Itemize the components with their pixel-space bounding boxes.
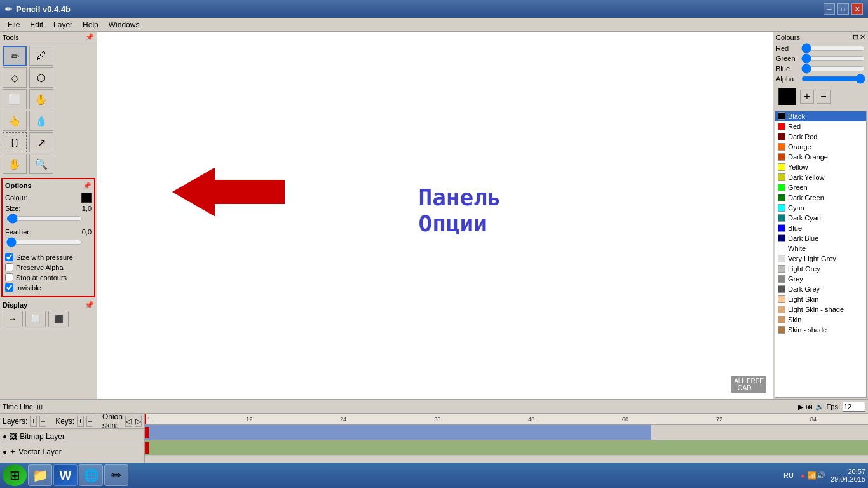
onion-next-button[interactable]: ▷ [135,416,142,427]
layer-visibility-icon[interactable]: ● [3,432,7,441]
alpha-slider[interactable] [801,74,865,83]
chrome-button[interactable]: 🌐 [79,464,103,486]
colours-float-icon[interactable]: ⊡ [853,33,858,41]
colour-list-item[interactable]: White [775,243,866,254]
colour-swatch[interactable] [81,193,92,203]
explorer-button[interactable]: 📁 [28,464,52,486]
colour-list-item[interactable]: Cyan [775,203,866,213]
add-layer-button[interactable]: + [30,416,37,427]
colour-list-item[interactable]: Light Skin - shade [775,304,866,315]
size-pressure-checkbox[interactable] [5,253,13,261]
eraser-tool[interactable]: ⬜ [3,89,27,109]
colour-list-item[interactable]: Dark Green [775,193,866,203]
display-btn-zoom[interactable]: ⬛ [48,311,69,327]
colour-list-item[interactable]: Dark Red [775,132,866,142]
layer-row-vector[interactable]: ● ✦ Vector Layer [0,444,144,459]
vector-keyframe[interactable] [145,442,149,454]
display-pin-icon[interactable]: 📌 [85,301,94,309]
colour-list-item[interactable]: Dark Yellow [775,172,866,182]
colour-list-item[interactable]: Dark Orange [775,152,866,162]
remove-key-button[interactable]: − [86,416,93,427]
colour-list-item[interactable]: Grey [775,274,866,284]
rewind-button[interactable]: ⏮ [806,403,813,410]
hand-drag-tool[interactable]: 👆 [3,111,27,131]
close-button[interactable]: ✕ [851,3,863,15]
colour-list-item[interactable]: Blue [775,223,866,233]
track-vector[interactable] [145,440,868,456]
menu-edit[interactable]: Edit [25,19,48,30]
layers-label: Layers: [3,417,27,426]
colour-list-item[interactable]: Green [775,182,866,193]
track-bitmap[interactable] [145,425,868,440]
ruler-mark-84: 84 [810,416,817,423]
add-key-button[interactable]: + [77,416,84,427]
colour-list-item[interactable]: Light Skin [775,294,866,304]
minimize-button[interactable]: ─ [824,3,835,15]
colour-list-item[interactable]: Very Light Grey [775,254,866,264]
maximize-button[interactable]: □ [837,3,849,15]
pencil-tool[interactable]: ✏ [3,46,27,66]
play-button[interactable]: ▶ [798,403,803,411]
polyline-tool[interactable]: ◇ [3,67,27,88]
colour-list-item[interactable]: Light Grey [775,264,866,274]
selection-tool[interactable]: [ ] [3,132,27,152]
hand-tool[interactable]: ✋ [3,154,27,174]
sound-button[interactable]: 🔊 [815,403,824,411]
fps-input[interactable] [843,402,865,412]
remove-layer-button[interactable]: − [39,416,46,427]
menu-file[interactable]: File [3,19,25,30]
layer-row-bitmap[interactable]: ● 🖼 Bitmap Layer [0,429,144,444]
colour-list-item[interactable]: Dark Cyan [775,213,866,223]
colour-list-item[interactable]: Dark Blue [775,233,866,243]
start-button[interactable]: ⊞ [3,464,27,486]
colour-list-item[interactable]: Black [775,111,866,121]
colours-close-icon[interactable]: ✕ [860,33,865,41]
bitmap-keyframe[interactable] [145,427,149,438]
size-slider[interactable] [6,214,83,223]
colour-remove-button[interactable]: − [817,90,831,104]
titlebar-left: ✏ Pencil v0.4.4b [5,4,71,14]
colour-list-item[interactable]: Skin - shade [775,325,866,335]
options-pin-icon[interactable]: 📌 [83,182,92,190]
preserve-alpha-checkbox[interactable] [5,263,13,271]
canvas-area[interactable]: Панель Опции ALL FREELOAD [97,32,773,399]
tools-title: Tools [3,34,19,41]
blue-slider[interactable] [801,64,865,73]
word-button[interactable]: W [53,464,78,486]
stop-contours-row: Stop at contours [5,273,92,281]
ruler-mark-72: 72 [716,416,722,423]
colour-list-item[interactable]: Yellow [775,162,866,172]
colour-list-item[interactable]: Dark Grey [775,284,866,294]
stop-contours-checkbox[interactable] [5,273,13,281]
zoom-tool[interactable]: 🔍 [29,154,53,174]
onion-prev-button[interactable]: ◁ [125,416,132,427]
timeline-expand-icon[interactable]: ⊞ [37,403,43,411]
layer-visibility-icon-2[interactable]: ● [3,447,7,456]
playhead[interactable] [145,414,146,424]
colour-list[interactable]: BlackRedDark RedOrangeDark OrangeYellowD… [775,111,867,398]
menu-layer[interactable]: Layer [48,19,78,30]
display-btn-normal[interactable]: ⬜ [25,311,46,327]
eyedropper-tool[interactable]: 💧 [29,111,53,131]
pointer-tool[interactable]: ↗ [29,132,53,152]
colour-list-item[interactable]: Red [775,121,866,132]
display-btn-fit[interactable]: ↔ [3,311,23,327]
menu-windows[interactable]: Windows [104,19,145,30]
green-slider[interactable] [801,54,865,63]
options-title: Options [5,182,32,190]
layers-controls: Layers: + − Keys: + − Onion skin: ◁ ▷ [0,414,144,429]
select-poly-tool[interactable]: ⬡ [29,67,53,88]
titlebar-controls[interactable]: ─ □ ✕ [824,3,863,15]
colour-add-button[interactable]: + [800,90,814,104]
colour-list-item[interactable]: Skin [775,315,866,325]
invisible-checkbox[interactable] [5,283,13,292]
feather-slider[interactable] [6,238,83,247]
ink-tool[interactable]: 🖊 [29,46,53,66]
pencil-taskbar-button[interactable]: ✏ [104,464,128,486]
smudge-tool[interactable]: ✋ [29,89,53,109]
menu-help[interactable]: Help [78,19,104,30]
system-tray: 🔺📶🔊 [799,471,825,480]
colour-list-item[interactable]: Orange [775,142,866,152]
red-slider[interactable] [801,44,865,53]
tools-pin-icon[interactable]: 📌 [85,33,94,41]
